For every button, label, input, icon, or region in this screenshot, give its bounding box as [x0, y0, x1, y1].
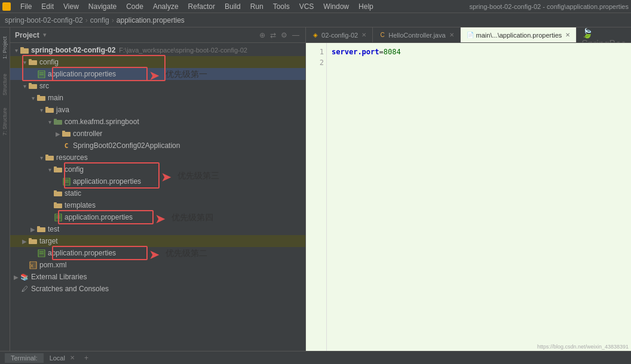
tree-icon-templates	[53, 201, 63, 209]
tab-appprop-close[interactable]: ✕	[565, 32, 570, 38]
tree-arrow-ctrl[interactable]: ▶	[54, 131, 62, 137]
tab-hello[interactable]: C HelloController.java ✕	[373, 27, 460, 42]
svg-rect-36	[29, 239, 37, 244]
tree-item-extlibs[interactable]: ▶📚External Libraries	[10, 271, 305, 283]
tree-label-app_class: SpringBoot02Config02Application	[73, 141, 180, 150]
window-title: spring-boot-02-config-02 - config\applic…	[469, 3, 629, 10]
tree-arrow-root[interactable]: ▾	[13, 47, 20, 54]
tree-item-pom[interactable]: Xpom.xml	[10, 259, 305, 271]
tree-arrow-target[interactable]: ▶	[21, 238, 28, 245]
menu-window[interactable]: Window	[318, 1, 354, 12]
tree-item-main[interactable]: ▾main	[10, 92, 305, 104]
breadcrumb-project[interactable]: spring-boot-02-config-02	[5, 16, 83, 24]
svg-rect-12	[45, 108, 54, 113]
breadcrumb-sep2: ›	[112, 16, 114, 24]
panel-icon-locate[interactable]: ⊕	[258, 30, 267, 41]
menu-code[interactable]: Code	[121, 1, 148, 12]
svg-rect-18	[45, 156, 54, 161]
menu-file[interactable]: File	[16, 1, 36, 12]
menu-refactor[interactable]: Refactor	[183, 1, 220, 12]
side-structure-icon[interactable]: Structure	[0, 67, 10, 103]
tree-arrow-config1[interactable]: ▾	[21, 59, 28, 66]
code-line-1: server.port=8084	[332, 47, 626, 57]
side-icons: 1: Project Structure 7: Structure	[0, 27, 10, 351]
menu-view[interactable]: View	[59, 1, 84, 12]
menu-run[interactable]: Run	[246, 1, 268, 12]
bottom-add-tab[interactable]: +	[81, 353, 92, 363]
tree-label-target: target	[39, 237, 58, 245]
code-content[interactable]: server.port=8084	[327, 43, 631, 351]
tree-label-extlibs: External Libraries	[31, 273, 87, 281]
tree-arrow-pkg[interactable]: ▾	[46, 119, 53, 125]
bottom-tab-local[interactable]: Local ✕	[44, 353, 81, 363]
tree-item-java[interactable]: ▾java	[10, 104, 305, 116]
tree-item-resources[interactable]: ▾resources	[10, 152, 305, 164]
panel-icon-expand[interactable]: ⇄	[269, 30, 277, 41]
tree-item-app1[interactable]: application.properties	[10, 68, 305, 80]
tree-icon-pkg	[53, 118, 63, 126]
panel-dropdown[interactable]: ▾	[43, 31, 47, 39]
svg-rect-34	[37, 227, 45, 232]
menu-analyze[interactable]: Analyze	[148, 1, 183, 12]
tree-arrow-src[interactable]: ▾	[21, 83, 28, 90]
svg-text:X: X	[30, 264, 33, 268]
breadcrumb-file[interactable]: application.properties	[117, 16, 185, 24]
tree-arrow-resources[interactable]: ▾	[38, 155, 45, 161]
tab-config02-close[interactable]: ✕	[362, 32, 366, 38]
tree-item-root[interactable]: ▾spring-boot-02-config-02F:\java_workspa…	[10, 44, 305, 56]
tree-item-src[interactable]: ▾src	[10, 80, 305, 92]
svg-rect-21	[54, 166, 57, 168]
panel-icon-settings[interactable]: ⚙	[280, 30, 289, 41]
tree-item-app_class[interactable]: CSpringBoot02Config02Application	[10, 140, 305, 152]
tree-item-test[interactable]: ▶test	[10, 223, 305, 235]
tree-icon-app4	[36, 249, 46, 257]
local-close[interactable]: ✕	[70, 354, 75, 361]
breadcrumb-folder[interactable]: config	[90, 16, 109, 24]
tree-item-pkg[interactable]: ▾com.keafmd.springboot	[10, 116, 305, 128]
breadcrumb-bar: spring-boot-02-config-02 › config › appl…	[0, 13, 631, 27]
tree-label-config1: config	[39, 58, 59, 66]
tree-label-pom: pom.xml	[39, 261, 66, 269]
file-tree[interactable]: ▾spring-boot-02-config-02F:\java_workspa…	[10, 43, 305, 351]
tab-hello-close[interactable]: ✕	[449, 32, 454, 38]
tree-item-app3[interactable]: application.properties	[10, 211, 305, 223]
tree-item-ctrl[interactable]: ▶controller	[10, 128, 305, 140]
menu-edit[interactable]: Edit	[36, 1, 59, 12]
menu-help[interactable]: Help	[354, 1, 378, 12]
menu-tools[interactable]: Tools	[268, 1, 295, 12]
tab-appprop[interactable]: 📄 main\...\application.properties ✕	[461, 27, 577, 42]
tree-icon-app1	[36, 70, 46, 78]
tree-arrow-main[interactable]: ▾	[29, 95, 36, 101]
tree-icon-src	[28, 82, 38, 90]
code-editor[interactable]: 1 2 server.port=8084 https://blog.csdn.n…	[306, 43, 631, 351]
tree-icon-resources	[45, 153, 54, 162]
terminal-label: Terminal:	[11, 354, 38, 362]
svg-rect-0	[20, 48, 29, 54]
side-project-icon[interactable]: 1: Project	[0, 30, 10, 66]
menu-navigate[interactable]: Navigate	[84, 1, 121, 12]
tree-item-config2[interactable]: ▾config	[10, 164, 305, 175]
tree-item-app4[interactable]: application.properties	[10, 247, 305, 259]
bottom-tab-terminal[interactable]: Terminal:	[5, 353, 44, 363]
tree-arrow-config2[interactable]: ▾	[46, 166, 53, 173]
tab-config02-label: 02-config-02	[321, 32, 358, 39]
tree-icon-config2	[53, 165, 63, 174]
tree-item-config1[interactable]: ▾config	[10, 56, 305, 68]
tree-item-app2[interactable]: application.properties	[10, 175, 305, 187]
menu-build[interactable]: Build	[220, 1, 246, 12]
tree-icon-app2	[62, 177, 71, 186]
tree-label-config2: config	[65, 165, 84, 174]
panel-icon-minimize[interactable]: —	[291, 30, 301, 41]
menu-vcs[interactable]: VCS	[295, 1, 319, 12]
tree-item-scratches[interactable]: 🖊Scratches and Consoles	[10, 283, 305, 295]
tree-arrow-java[interactable]: ▾	[38, 107, 45, 113]
tree-item-templates[interactable]: templates	[10, 199, 305, 211]
tree-arrow-extlibs[interactable]: ▶	[13, 274, 20, 280]
tab-config02[interactable]: ◈ 02-config-02 ✕	[306, 27, 373, 42]
tree-item-static[interactable]: static	[10, 187, 305, 199]
tree-label-scratches: Scratches and Consoles	[31, 285, 109, 293]
side-7-icon[interactable]: 7: Structure	[0, 104, 10, 140]
tree-item-target[interactable]: ▶target	[10, 235, 305, 247]
svg-rect-16	[62, 132, 71, 137]
tree-arrow-test[interactable]: ▶	[29, 226, 36, 233]
